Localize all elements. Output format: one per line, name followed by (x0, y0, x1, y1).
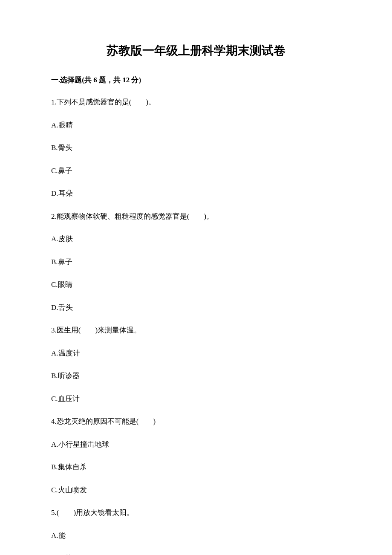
question-2-option-d: D.舌头 (51, 302, 341, 313)
question-3-option-b: B.听诊器 (51, 370, 341, 382)
question-2-option-c: C.眼睛 (51, 279, 341, 290)
question-3: 3.医生用( )来测量体温。 (51, 325, 341, 336)
question-1-option-c: C.鼻子 (51, 165, 341, 176)
question-2-option-b: B.鼻子 (51, 257, 341, 268)
question-5-option-b: B.不能 (51, 553, 341, 555)
question-2: 2.能观察物体软硬、粗糙程度的感觉器官是( )。 (51, 211, 341, 222)
question-5-option-a: A.能 (51, 530, 341, 541)
question-4-option-c: C.火山喷发 (51, 485, 341, 496)
question-2-option-a: A.皮肤 (51, 234, 341, 245)
section-header: 一.选择题(共 6 题，共 12 分) (51, 75, 341, 85)
question-3-option-c: C.血压计 (51, 393, 341, 405)
question-4-option-a: A.小行星撞击地球 (51, 439, 341, 450)
question-5: 5.( )用放大镜看太阳。 (51, 507, 341, 518)
question-1-option-d: D.耳朵 (51, 188, 341, 199)
question-1-option-b: B.骨头 (51, 142, 341, 153)
question-3-option-a: A.温度计 (51, 348, 341, 359)
question-4: 4.恐龙灭绝的原因不可能是( ) (51, 416, 341, 427)
question-1: 1.下列不是感觉器官的是( )。 (51, 97, 341, 108)
exam-title: 苏教版一年级上册科学期末测试卷 (51, 43, 341, 59)
question-4-option-b: B.集体自杀 (51, 462, 341, 473)
question-1-option-a: A.眼睛 (51, 120, 341, 131)
